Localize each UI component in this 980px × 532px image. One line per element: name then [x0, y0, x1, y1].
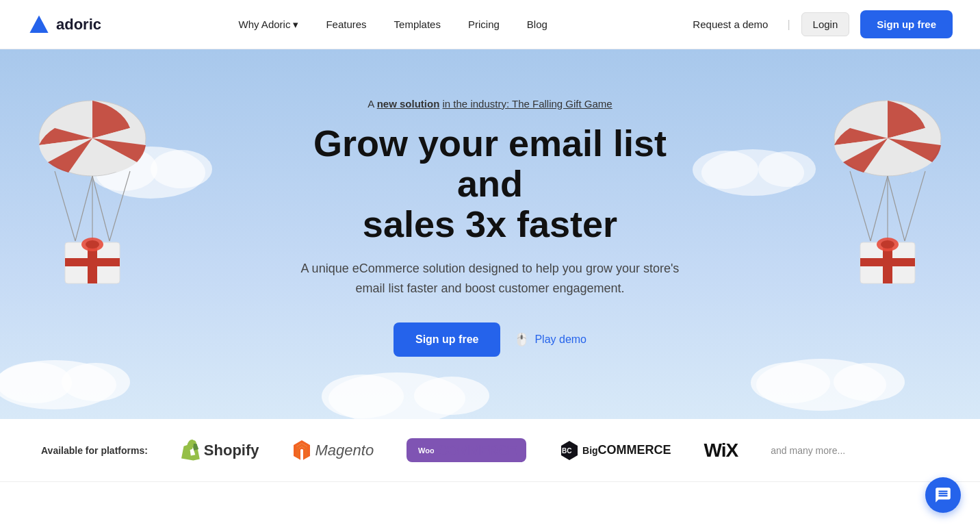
- signup-nav-button[interactable]: Sign up free: [860, 10, 953, 38]
- svg-marker-0: [29, 15, 48, 33]
- platforms-label: Available for platforms:: [41, 445, 148, 456]
- svg-text:BC: BC: [562, 447, 571, 455]
- nav-actions: Request a demo | Login Sign up free: [684, 10, 953, 38]
- announce-suffix: in the industry: The Falling Gift Game: [443, 98, 612, 110]
- chevron-down-icon: ▾: [293, 18, 298, 31]
- hero-cta-group: Sign up free 🖱️ Play demo: [292, 322, 688, 357]
- magento-text: Magento: [315, 442, 374, 459]
- parachute-left: [27, 90, 157, 292]
- logo-text: adoric: [56, 16, 101, 34]
- nav-pricing[interactable]: Pricing: [457, 13, 511, 36]
- svg-rect-35: [860, 258, 915, 266]
- svg-point-37: [881, 240, 894, 249]
- logo-link[interactable]: adoric: [27, 13, 101, 36]
- hero-subtext: A unique eCommerce solution designed to …: [292, 259, 688, 299]
- hero-signup-button[interactable]: Sign up free: [394, 322, 500, 357]
- svg-point-26: [86, 240, 99, 249]
- nav-templates[interactable]: Templates: [383, 13, 452, 36]
- shopify-logo: Shopify: [181, 440, 259, 461]
- svg-line-17: [75, 176, 92, 241]
- bigcommerce-icon: BC: [559, 440, 580, 461]
- woocommerce-logo: Woo COMMERCE: [407, 438, 526, 462]
- wix-text: WiX: [704, 440, 738, 461]
- svg-line-30: [888, 176, 905, 241]
- adoric-logo-icon: [27, 13, 51, 36]
- woo-icon: Woo: [416, 444, 434, 457]
- svg-point-5: [0, 362, 72, 403]
- platforms-logos: Shopify Magento Woo COMMERCE: [181, 438, 845, 462]
- svg-point-15: [758, 151, 816, 187]
- bigcommerce-logo: BC BigCOMMERCE: [559, 440, 671, 461]
- parachute-right: [823, 90, 953, 292]
- svg-line-19: [92, 176, 109, 241]
- svg-line-31: [850, 171, 871, 241]
- nav-why[interactable]: Why Adoric ▾: [228, 13, 310, 36]
- svg-point-11: [751, 362, 830, 403]
- svg-point-6: [62, 363, 130, 401]
- svg-point-12: [834, 363, 905, 401]
- request-demo-link[interactable]: Request a demo: [684, 13, 776, 36]
- shopify-icon: [181, 440, 200, 461]
- svg-rect-24: [65, 258, 120, 266]
- cursor-icon: 🖱️: [514, 332, 529, 347]
- hero-section: A new solution in the industry: The Fall…: [0, 49, 980, 419]
- svg-point-3: [151, 150, 212, 188]
- login-button[interactable]: Login: [801, 12, 850, 36]
- magento-logo: Magento: [292, 440, 374, 461]
- svg-line-21: [109, 171, 130, 241]
- shopify-text: Shopify: [204, 442, 259, 459]
- bigcommerce-text: BigCOMMERCE: [582, 443, 671, 457]
- hero-content: A new solution in the industry: The Fall…: [278, 57, 702, 412]
- nav-features[interactable]: Features: [315, 13, 377, 36]
- nav-blog[interactable]: Blog: [516, 13, 558, 36]
- hero-heading: Grow your email list and sales 3x faster: [292, 123, 688, 245]
- announce-highlight: new solution: [377, 98, 440, 110]
- more-platforms-text: and many more...: [771, 445, 845, 456]
- svg-text:Woo: Woo: [418, 446, 434, 455]
- svg-point-14: [693, 151, 758, 189]
- nav-links: Why Adoric ▾ Features Templates Pricing …: [228, 13, 558, 36]
- play-demo-button[interactable]: 🖱️ Play demo: [514, 332, 586, 347]
- platforms-section: Available for platforms: Shopify Magento: [0, 419, 980, 482]
- hero-announcement: A new solution in the industry: The Fall…: [292, 98, 688, 110]
- svg-line-32: [905, 171, 925, 241]
- svg-line-20: [55, 171, 75, 241]
- magento-icon: [292, 440, 311, 461]
- svg-line-28: [871, 176, 888, 241]
- wix-logo: WiX: [704, 440, 738, 461]
- navbar: adoric Why Adoric ▾ Features Templates P…: [0, 0, 980, 49]
